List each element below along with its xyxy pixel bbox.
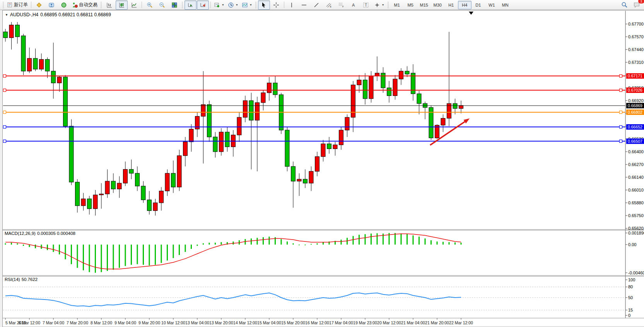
period-button[interactable]: ▼ <box>226 0 240 10</box>
candle-body <box>39 59 44 69</box>
horizontal-line-button[interactable] <box>298 0 310 10</box>
chart-dropdown-icon[interactable]: ▼ <box>5 13 8 17</box>
candle-body <box>33 58 38 69</box>
trendline-button[interactable] <box>311 0 323 10</box>
cursor-button[interactable] <box>258 0 270 10</box>
toolbar-grip[interactable] <box>182 2 183 8</box>
candle-body <box>399 71 403 79</box>
timeframe-button-w1[interactable]: W1 <box>485 1 499 9</box>
rsi-name: RSI(14) <box>5 277 20 282</box>
trendline-icon <box>313 2 319 8</box>
market-watch-button[interactable] <box>33 0 45 10</box>
timeframe-button-d1[interactable]: D1 <box>471 1 485 9</box>
template-button[interactable]: ▼ <box>240 0 254 10</box>
text-button[interactable]: A <box>348 0 360 10</box>
macd-histogram-bar <box>281 239 282 245</box>
line-anchor-handle[interactable] <box>620 140 622 142</box>
price-tick-label: 0.67570 <box>628 34 644 39</box>
line-chart-button[interactable] <box>128 0 140 10</box>
macd-histogram-bar <box>209 243 210 245</box>
candlestick-chart-button[interactable] <box>116 0 128 10</box>
timeframe-button-m1[interactable]: M1 <box>390 1 404 9</box>
tile-windows-icon <box>171 2 178 8</box>
arrows-button[interactable]: ▼ <box>372 0 386 10</box>
macd-signal-line <box>5 234 461 269</box>
timeframe-button-m5[interactable]: M5 <box>404 1 417 9</box>
toolbar-grip[interactable] <box>388 2 389 8</box>
price-tick-label: 0.66140 <box>628 175 644 180</box>
price-tick-label: 0.65620 <box>628 226 644 231</box>
candle-body <box>123 169 128 183</box>
macd-histogram-bar <box>137 245 138 264</box>
candle-body <box>333 145 337 149</box>
macd-histogram-bar <box>203 243 204 245</box>
crosshair-button[interactable] <box>270 0 282 10</box>
candle-body <box>315 157 319 171</box>
bar-chart-button[interactable] <box>103 0 115 10</box>
new-order-icon <box>7 2 13 8</box>
price-level-badge-label: 0.66652 <box>628 125 642 129</box>
line-anchor-handle[interactable] <box>620 111 622 113</box>
candlestick-chart-icon <box>119 2 125 8</box>
macd-histogram-bar <box>359 235 360 245</box>
crosshair-icon <box>273 2 279 8</box>
candle-body <box>387 88 391 96</box>
template-icon <box>242 2 248 8</box>
line-anchor-handle[interactable] <box>3 75 6 77</box>
line-anchor-handle[interactable] <box>3 126 6 128</box>
toolbar-grip[interactable] <box>101 2 102 8</box>
vertical-line-button[interactable] <box>286 0 298 10</box>
new-order-button[interactable]: 新订单 <box>5 0 29 10</box>
timeframe-button-m15[interactable]: M15 <box>417 1 431 9</box>
symbol-period-label: AUDUSD-,H4 <box>10 12 38 17</box>
timeframe-button-mn[interactable]: MN <box>499 1 512 9</box>
macd-histogram-bar <box>23 245 24 246</box>
timeframe-button-m30[interactable]: M30 <box>431 1 444 9</box>
chart-canvas[interactable]: 0.677000.675700.674400.673100.671800.670… <box>0 0 644 327</box>
candle-body <box>267 83 272 92</box>
macd-histogram-bar <box>425 238 426 245</box>
candle-body <box>87 199 92 209</box>
arrows-icon <box>374 2 380 8</box>
line-anchor-handle[interactable] <box>3 140 6 142</box>
navigator-button[interactable] <box>58 0 70 10</box>
line-anchor-handle[interactable] <box>620 126 622 128</box>
chart-shift-button[interactable] <box>197 0 209 10</box>
macd-name: MACD(12,26,9) <box>5 231 36 236</box>
chevron-down-icon: ▼ <box>249 3 252 6</box>
candle-body <box>45 59 50 71</box>
text-label-button[interactable]: T <box>360 0 372 10</box>
macd-tick-label: -0.004606 <box>628 271 644 275</box>
chart-shift-marker[interactable] <box>469 12 473 15</box>
fibonacci-button[interactable]: F <box>335 0 347 10</box>
macd-histogram-bar <box>47 245 48 250</box>
toolbar-grip[interactable] <box>3 2 4 8</box>
chart-left-border <box>0 10 3 327</box>
candle-body <box>405 71 409 74</box>
macd-histogram-bar <box>365 234 366 245</box>
zoom-out-button[interactable] <box>156 0 168 10</box>
toolbar-grip[interactable] <box>255 2 256 8</box>
line-anchor-handle[interactable] <box>3 89 6 92</box>
rsi-tick-label: 50 <box>628 295 633 300</box>
data-window-button[interactable] <box>45 0 57 10</box>
search-button[interactable] <box>618 0 630 10</box>
notifications-button[interactable]: 1 <box>630 0 642 10</box>
line-anchor-handle[interactable] <box>3 111 6 113</box>
time-tick-label: 8 Mar 12:00 <box>91 320 112 325</box>
auto-scroll-button[interactable] <box>184 0 196 10</box>
candle-body <box>105 181 109 194</box>
macd-histogram-bar <box>185 245 186 252</box>
autotrading-button[interactable]: 自动交易 <box>70 0 99 10</box>
line-anchor-handle[interactable] <box>620 89 622 92</box>
equidistant-channel-button[interactable]: E <box>323 0 335 10</box>
macd-histogram-bar <box>442 242 444 245</box>
line-anchor-handle[interactable] <box>620 75 622 77</box>
zoom-in-button[interactable] <box>143 0 155 10</box>
rsi-tick-label: 100 <box>628 277 635 282</box>
new-chart-button[interactable]: ▼ <box>212 0 226 10</box>
timeframe-button-h1[interactable]: H1 <box>444 1 458 9</box>
tile-windows-button[interactable] <box>168 0 180 10</box>
timeframe-button-h4[interactable]: H4 <box>458 1 471 9</box>
macd-histogram-bar <box>215 243 216 245</box>
